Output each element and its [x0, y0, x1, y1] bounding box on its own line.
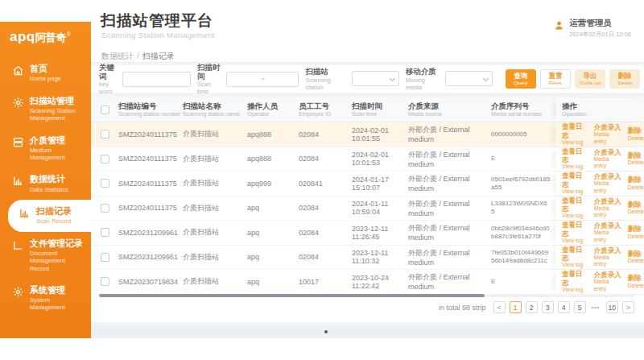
media-entry-link[interactable]: 介质录入Media entry [594, 172, 622, 194]
breadcrumb-parent[interactable]: 数据统计 [101, 52, 134, 60]
horizontal-scrollbar[interactable] [99, 294, 634, 297]
scan-time-input[interactable] [226, 72, 299, 87]
media-entry-link[interactable]: 介质录入Media entry [594, 246, 622, 268]
sidebar-item-scan-record[interactable]: 扫描记录Scan Record [8, 200, 91, 232]
media-entry-link[interactable]: 介质录入Media entry [594, 271, 622, 292]
table-row[interactable]: SMZ20231209961 介质扫描站 apq 02084 2023-12-1… [91, 221, 644, 246]
row-checkbox[interactable] [101, 179, 109, 188]
scrollbar-thumb[interactable] [99, 294, 485, 297]
next-page-button[interactable]: > [622, 301, 634, 313]
moving-media-select[interactable] [445, 71, 493, 86]
breadcrumb: 数据统计/扫描记录 [101, 51, 175, 62]
gear-icon [12, 286, 24, 298]
sidebar-nav: 首页Home page 扫描站管理Scanning Station Manage… [0, 57, 91, 318]
page-button-3[interactable]: 3 [542, 301, 554, 313]
media-entry-link[interactable]: 介质录入Media entry [594, 148, 622, 170]
app-window: 扫描站管理平台 Scanning Station Management 运营管理… [0, 0, 644, 360]
page-button-5[interactable]: 5 [574, 301, 586, 313]
chevron-down-icon [483, 76, 489, 81]
query-button[interactable]: 查询Query [506, 69, 536, 89]
page-subtitle: Scanning Station Management [101, 31, 215, 39]
bar-chart-icon [19, 207, 31, 219]
view-log-link[interactable]: 查看日志View log [562, 246, 588, 269]
table-row[interactable]: SMZ20240111375 介质扫描站 apq888 02084 2024-0… [91, 147, 644, 172]
scan-record-table: 扫描站编号Scanning station number 扫描站名称Scanni… [91, 97, 644, 322]
delete-link[interactable]: 删除Delete [628, 176, 644, 191]
table-row[interactable]: SMZ20240111375 介质扫描站 apq888 02084 2024-0… [91, 122, 644, 147]
table-row[interactable]: SMZ20240111375 介质扫描站 apq999 020841 2024-… [91, 172, 644, 197]
bottom-scrollbar-track[interactable] [91, 326, 644, 338]
sidebar-item-system-management[interactable]: 系统管理System Management [0, 279, 91, 318]
reset-button[interactable]: 重置Reset [540, 69, 571, 89]
delete-link[interactable]: 删除Delete [628, 151, 644, 167]
view-log-link[interactable]: 查看日志View log [562, 270, 588, 293]
row-checkbox[interactable] [101, 253, 109, 262]
sidebar-item-data-statistics[interactable]: 数据统计Data Statistics [0, 168, 91, 200]
gear-icon [12, 97, 24, 109]
scanning-station-select[interactable] [352, 71, 399, 86]
table-header-row: 扫描站编号Scanning station number 扫描站名称Scanni… [91, 97, 644, 122]
view-log-link[interactable]: 查看日志View log [562, 197, 588, 220]
page-title: 扫描站管理平台 [101, 10, 213, 31]
delete-button[interactable]: 删除Delete [609, 69, 640, 89]
pagination-total: in total 98 strip [439, 304, 486, 312]
media-entry-link[interactable]: 介质录入Media entry [594, 197, 622, 219]
pagination: in total 98 strip < 1 2 3 4 5 ••• 10 > [439, 301, 634, 313]
row-checkbox[interactable] [101, 130, 109, 139]
header: 扫描站管理平台 Scanning Station Management 运营管理… [91, 0, 644, 48]
breadcrumb-current: 扫描记录 [142, 52, 175, 60]
page-ellipsis[interactable]: ••• [590, 301, 602, 313]
keyword-input[interactable] [122, 72, 191, 87]
server-icon [12, 136, 24, 148]
view-log-link[interactable]: 查看日志View log [562, 172, 588, 195]
view-log-link[interactable]: 查看日志View log [562, 147, 588, 171]
delete-link[interactable]: 删除Delete [628, 126, 644, 142]
delete-link[interactable]: 删除Delete [628, 250, 644, 265]
delete-link[interactable]: 删除Delete [628, 225, 644, 240]
sidebar: apq阿普奇® 首页Home page 扫描站管理Scanning Statio… [0, 22, 91, 338]
filter-scanning-station: 扫描站Scanning station [305, 67, 398, 90]
page-button-2[interactable]: 2 [526, 301, 538, 313]
view-log-link[interactable]: 查看日志View log [562, 122, 588, 146]
table-row[interactable]: SMZ20240111375 介质扫描站 apq 02084 2024-01-1… [91, 197, 644, 221]
scatter-chart-icon [12, 239, 24, 251]
sidebar-item-scanning-station-management[interactable]: 扫描站管理Scanning Station Management [0, 89, 91, 129]
brand-logo: apq阿普奇® [0, 22, 91, 52]
filter-scan-time: 扫描时间Scan time [197, 63, 299, 96]
row-checkbox[interactable] [101, 277, 109, 286]
bar-chart-icon [12, 175, 24, 187]
delete-link[interactable]: 删除Delete [628, 201, 644, 216]
prev-page-button[interactable]: < [493, 301, 506, 313]
chevron-down-icon [390, 76, 395, 81]
filter-moving-media: 移动介质Moving media [406, 67, 493, 90]
user-icon [554, 19, 564, 30]
filter-bar: 关键词key word 扫描时间Scan time 扫描站Scanning st… [91, 65, 644, 93]
bottom-scrollbar-handle[interactable] [324, 330, 328, 333]
user-menu[interactable]: 运营管理员 2024年02月01日 10:06 [554, 18, 631, 39]
media-entry-link[interactable]: 介质录入Media entry [594, 123, 622, 145]
row-checkbox[interactable] [101, 155, 109, 163]
page-button-4[interactable]: 4 [558, 301, 570, 313]
sidebar-item-document-management-record[interactable]: 文件管理记录Document Management Record [0, 232, 91, 279]
page-button-1[interactable]: 1 [510, 301, 522, 313]
home-icon [12, 64, 24, 77]
filter-keyword: 关键词key word [99, 63, 191, 96]
view-log-link[interactable]: 查看日志View log [562, 221, 588, 244]
user-name: 运营管理员 [569, 18, 631, 29]
page-button-10[interactable]: 10 [606, 301, 618, 313]
sidebar-item-medium-management[interactable]: 介质管理Medium Management [0, 129, 91, 168]
select-all-checkbox[interactable] [101, 106, 109, 114]
table-row[interactable]: SMZ20231209961 介质扫描站 apq 02084 2023-12-1… [91, 246, 644, 271]
media-entry-link[interactable]: 介质录入Media entry [594, 221, 622, 243]
export-button[interactable]: 导出Guide out [575, 69, 605, 89]
row-checkbox[interactable] [101, 228, 109, 237]
row-checkbox[interactable] [101, 204, 109, 213]
header-datetime: 2024年02月01日 10:06 [569, 31, 631, 39]
table-row[interactable]: SMZ20230719834 介质扫描站 apq 10017 2023-10-2… [91, 270, 644, 295]
delete-link[interactable]: 删除Delete [628, 274, 644, 289]
sidebar-item-home[interactable]: 首页Home page [0, 57, 91, 89]
